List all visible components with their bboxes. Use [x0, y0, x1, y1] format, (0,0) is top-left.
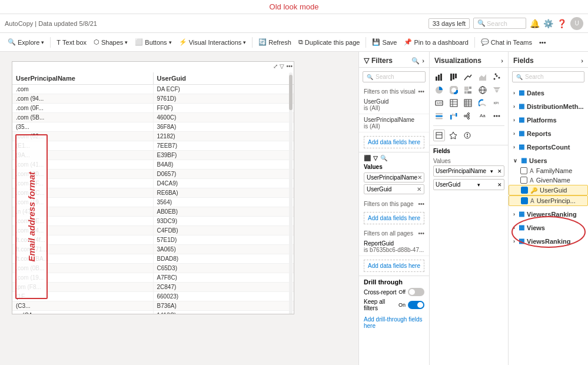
values-well[interactable]: UserPrincipalName ▾ ✕	[433, 165, 504, 177]
refresh-button[interactable]: 🔄 Refresh	[255, 37, 294, 47]
table-row: .com (0F...FF0F)	[12, 104, 294, 113]
value-chip-userguid[interactable]: UserGuid ✕	[364, 184, 424, 194]
pin-button[interactable]: 📌 Pin to a dashboard	[401, 37, 471, 47]
save-button[interactable]: 💾 Save	[369, 37, 400, 47]
viz-analytics-icon[interactable]	[461, 130, 473, 141]
viz-format-icon[interactable]	[447, 130, 459, 141]
cross-report-track[interactable]	[408, 288, 424, 296]
field-group-views-header[interactable]: › ▦ Views	[509, 222, 588, 233]
viz-waterfall[interactable]	[448, 110, 460, 122]
viz-scatter-chart[interactable]	[491, 71, 503, 83]
scrollbar-thumb[interactable]	[289, 75, 293, 110]
value-upn-remove[interactable]: ✕	[417, 174, 422, 181]
table-row: ft.com (71...3A065)	[12, 245, 294, 254]
filters-expand-icon[interactable]: ›	[422, 57, 424, 65]
filters-search-box[interactable]: 🔍 Search	[363, 71, 426, 82]
textbox-button[interactable]: T Text box	[54, 38, 89, 47]
fields-expand-icon[interactable]: ›	[581, 57, 583, 64]
table-row: .com (00...D0657)	[12, 170, 294, 179]
userguid-well[interactable]: UserGuid ▾ ✕	[433, 179, 504, 190]
field-group-users-header[interactable]: ∨ ▦ Users	[509, 155, 588, 166]
viz-bar-chart[interactable]	[433, 71, 445, 83]
userguid-well-remove[interactable]: ✕	[497, 182, 502, 188]
field-givenname[interactable]: A GivenName	[509, 175, 588, 185]
field-familyname[interactable]: A FamilyName	[509, 166, 588, 175]
field-group-reportscount-header[interactable]: › ▦ ReportsCount	[509, 141, 588, 152]
viz-treemap[interactable]	[462, 84, 474, 96]
add-drill-through-label[interactable]: Add drill-through fields here	[364, 314, 424, 331]
viz-expand-icon[interactable]: ›	[501, 57, 503, 64]
buttons-button[interactable]: ⬜ Buttons ▾	[132, 37, 174, 47]
viz-map[interactable]	[477, 84, 489, 96]
filters-all-pages-more[interactable]: •••	[418, 230, 424, 237]
value-userguid-remove[interactable]: ✕	[417, 186, 421, 193]
fields-scroll[interactable]: › ▦ Dates › ▦ DistributionMeth... ›	[509, 86, 588, 365]
upn-well-chevron[interactable]: ▾	[490, 168, 493, 174]
viz-area-chart[interactable]	[477, 71, 489, 83]
filter-userguid[interactable]: UserGuid is (All)	[359, 96, 429, 114]
chat-button[interactable]: 💬 Chat in Teams	[478, 37, 535, 47]
field-group-distribution-header[interactable]: › ▦ DistributionMeth...	[509, 101, 588, 112]
add-data-fields-button-all[interactable]: Add data fields here	[364, 260, 424, 272]
field-userprincipalname[interactable]: A UserPrincip...	[509, 195, 588, 206]
icon-bell[interactable]: 🔔	[530, 19, 540, 28]
viz-funnel[interactable]	[491, 84, 503, 96]
filters-search-icon[interactable]: 🔍	[411, 57, 420, 65]
visual-interactions-button[interactable]: ⚡ Visual Interactions ▾	[176, 37, 250, 47]
cross-report-toggle[interactable]: Off	[398, 288, 424, 296]
fields-panel-header: Fields ›	[509, 52, 588, 68]
more-options-icon[interactable]: •••	[286, 63, 293, 69]
userguid-well-chevron[interactable]: ▾	[477, 182, 480, 188]
userprincipalname-checkbox[interactable]	[521, 197, 528, 204]
viz-table[interactable]	[448, 97, 460, 109]
explore-button[interactable]: 🔍 Explore ▾	[5, 37, 47, 47]
shapes-button[interactable]: ⬡ Shapes ▾	[91, 37, 131, 47]
field-group-dates-header[interactable]: › ▦ Dates	[509, 87, 588, 98]
add-data-fields-button-visual[interactable]: Add data fields here	[364, 136, 424, 148]
viz-gauge[interactable]	[477, 97, 489, 109]
viz-more[interactable]	[491, 110, 503, 122]
filters-title: ▽ Filters	[364, 57, 393, 65]
filter-visual-icon[interactable]: ▽	[280, 63, 284, 69]
field-group-viewsranking-header[interactable]: › ▦ ViewsRanking	[509, 235, 588, 247]
viz-donut-chart[interactable]	[448, 84, 460, 96]
keep-filters-toggle[interactable]: On	[398, 301, 424, 309]
viz-line-chart[interactable]	[462, 71, 474, 83]
search-box[interactable]: 🔍 Search	[473, 18, 526, 29]
avatar[interactable]: U	[570, 17, 583, 30]
givenname-checkbox[interactable]	[520, 177, 527, 184]
field-group-viewersranking-header[interactable]: › ▦ ViewersRanking	[509, 208, 588, 220]
viz-slicer[interactable]	[433, 110, 445, 122]
field-group-platforms-header[interactable]: › ▦ Platforms	[509, 114, 588, 125]
viz-smart-narrative[interactable]: Aa	[477, 110, 489, 122]
table-cell-guid: 12182)	[154, 132, 294, 141]
icon-help[interactable]: ❓	[557, 19, 567, 28]
viz-decomp-tree[interactable]	[462, 110, 474, 122]
field-group-reports-header[interactable]: › ▦ Reports	[509, 128, 588, 139]
value-chip-upn[interactable]: UserPrincipalName ✕	[364, 172, 424, 182]
add-data-fields-button-page[interactable]: Add data fields here	[364, 212, 424, 224]
viz-pie-chart[interactable]	[433, 84, 445, 96]
icon-settings[interactable]: ⚙️	[543, 19, 553, 28]
duplicate-button[interactable]: ⧉ Duplicate this page	[295, 37, 363, 47]
viz-kpi[interactable]: KPI	[491, 97, 503, 109]
userguid-checkbox[interactable]	[521, 187, 528, 194]
fields-search-box[interactable]: 🔍 Search	[512, 71, 584, 82]
viz-fields-icon[interactable]	[433, 130, 445, 141]
filter-reportguid[interactable]: ReportGuid is b7635bc6-d88b-47...	[359, 238, 429, 256]
viz-column-chart[interactable]	[448, 71, 460, 83]
keep-filters-track[interactable]	[408, 301, 424, 309]
table-row: .com (3C...RE6BA)	[12, 188, 294, 198]
scrollbar-track[interactable]	[289, 72, 293, 314]
filters-on-page-more[interactable]: •••	[418, 201, 424, 207]
filters-scroll[interactable]: 🔍 Search Filters on this visual ••• User…	[359, 68, 429, 365]
field-userguid[interactable]: 🔑 UserGuid	[509, 185, 588, 195]
viz-matrix[interactable]	[462, 97, 474, 109]
focus-icon[interactable]: ⤢	[273, 63, 278, 69]
more-button[interactable]: •••	[536, 38, 549, 47]
familyname-checkbox[interactable]	[520, 167, 527, 174]
filters-on-visual-more[interactable]: •••	[418, 88, 424, 95]
viz-card[interactable]: 123	[433, 97, 445, 109]
filter-userprincipalname[interactable]: UserPrincipalName is (All)	[359, 114, 429, 132]
upn-well-remove[interactable]: ✕	[497, 168, 502, 174]
